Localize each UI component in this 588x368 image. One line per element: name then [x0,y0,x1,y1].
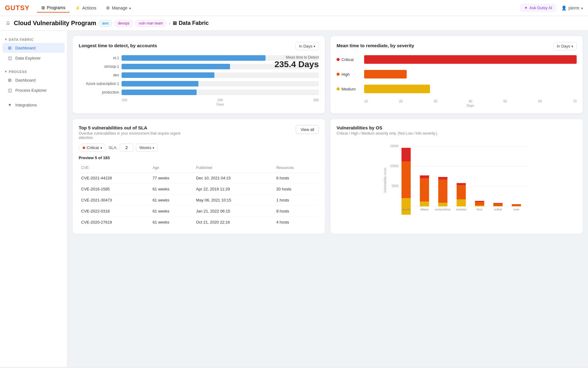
svg-text:15000: 15000 [390,144,398,148]
preview-label: Preview 5 of 183 [79,155,319,160]
user-menu[interactable]: 👤 pierre [561,6,583,10]
vuln-sla-card: Top 5 vulnerabilities out of SLA Overdue… [72,119,325,234]
svg-rect-25 [475,202,484,205]
detect-dropdown[interactable]: In Days [296,42,319,50]
vuln-subtitle: Overdue vulnerabilities in your environm… [79,131,195,140]
svg-rect-9 [401,161,411,198]
remediate-chart-card: Mean time to remediate, by severity In D… [330,36,583,114]
sev-x-title: Days [337,104,577,107]
view-all-button[interactable]: View all [296,125,319,134]
svg-rect-29 [493,204,503,206]
sidebar-item-integrations[interactable]: ✦ Integrations [2,100,65,110]
svg-text:amazonlinux: amazonlinux [435,208,451,211]
svg-text:redhat: redhat [494,208,502,211]
chevron-down-icon: ▾ [5,37,7,41]
bar-row-production: production [79,90,319,95]
ubuntu-critical-bar [401,148,411,155]
node-icon: ✦ [7,102,12,107]
sparkle-icon: ✦ [524,6,528,10]
svg-text:debian: debian [420,208,428,211]
col-resources: Resources [274,163,319,173]
breadcrumb-bar: ☰ Cloud Vulnerability Program aws devops… [0,16,588,31]
nav-right: ✦ Ask Gutsy AI 👤 pierre [520,4,583,12]
os-chart-subtitle: Critical / High / Medium severity only. … [337,131,577,136]
severity-chart: Critical High [337,55,577,107]
tag-vuln[interactable]: vuln man team [135,20,166,27]
svg-rect-20 [457,199,466,206]
high-dot [337,73,340,76]
svg-rect-28 [493,206,503,206]
svg-text:suse: suse [513,208,519,211]
bar-row-dev: dev [79,72,319,78]
sidebar-item-process-explorer[interactable]: ◫ Process Explorer [2,85,65,95]
chevron-down-icon [314,44,315,48]
detect-card-header: Longest time to detect, by accounts In D… [79,42,319,50]
sidebar-section-process: ▾ PROCESS ⊞ Dashboard ◫ Process Explorer [0,68,67,95]
tag-aws[interactable]: aws [99,20,112,27]
remediate-card-header: Mean time to remediate, by severity In D… [337,42,577,50]
svg-rect-33 [512,205,521,206]
sev-x-axis: 10 20 30 40 50 60 70 [337,99,577,103]
nav-programs[interactable]: ⊞ Programs [37,3,70,13]
bolt-icon: ⚡ [75,6,80,10]
logo: GUTSY [5,4,30,12]
svg-rect-34 [512,204,521,205]
bar-row-azure: Azure subscription 1 [79,81,319,86]
sidebar-item-data-explorer[interactable]: ◫ Data Explorer [2,53,65,63]
os-chart-svg: Vulnerability count 15000 10000 5000 [337,140,577,220]
critical-dot [83,147,85,149]
sidebar-item-dashboard[interactable]: ⊞ Dashboard [2,43,65,53]
svg-rect-10 [401,155,411,161]
hamburger-icon[interactable]: ☰ [6,21,10,26]
topnav: GUTSY ⊞ Programs ⚡ Actions ⚙ Manage ✦ As… [0,0,588,16]
x-axis: 100 200 300 [79,98,319,102]
grid-icon: ⊞ [7,78,12,82]
svg-text:10000: 10000 [390,164,398,168]
tag-devops[interactable]: devops [115,20,133,27]
col-cve: CVE [79,163,150,173]
col-age: Age [150,163,194,173]
remediate-dropdown[interactable]: In Days [553,42,577,50]
filters: Critical SLA: Weeks [79,144,319,152]
ask-gutsy-button[interactable]: ✦ Ask Gutsy AI [520,4,556,12]
svg-rect-32 [512,206,521,206]
sla-label: SLA: [109,145,117,150]
sev-row-high: High [337,70,577,79]
sidebar-item-proc-dashboard[interactable]: ⊞ Dashboard [2,75,65,85]
sla-input[interactable] [120,144,134,152]
sidebar-section-title-process[interactable]: ▾ PROCESS [0,68,67,75]
table-row: CVE-2021-4422877 weeksDec 10, 2021 04:15… [79,173,319,184]
svg-text:Vulnerability count: Vulnerability count [383,168,387,193]
table-icon: ◫ [7,56,12,60]
sev-row-medium: Medium [337,85,577,93]
svg-rect-18 [438,177,447,179]
vuln-table: CVE Age Published Resources CVE-2021-442… [79,163,319,228]
svg-rect-12 [420,201,429,206]
svg-rect-8 [401,198,411,206]
grid-icon: ⊞ [41,5,45,10]
gear-icon: ⚙ [106,6,110,10]
detect-chart-card: Longest time to detect, by accounts In D… [72,36,325,114]
breadcrumb-subtitle: ⊞ Data Fabric [173,20,209,26]
bottom-grid: Top 5 vulnerabilities out of SLA Overdue… [72,119,583,234]
vuln-title: Top 5 vulnerabilities out of SLA [79,125,195,130]
chevron-down-icon [581,6,583,10]
detect-chart-title: Longest time to detect, by accounts [79,43,157,48]
nav-manage[interactable]: ⚙ Manage [102,3,135,13]
sidebar-section-integrations: ✦ Integrations [0,100,67,110]
svg-rect-17 [438,179,447,203]
x-axis-title: Days [79,102,319,106]
critical-dot [337,58,340,61]
svg-rect-24 [475,205,484,206]
nav-actions[interactable]: ⚡ Actions [71,3,100,13]
chevron-down-icon [100,145,102,150]
sev-row-critical: Critical [337,55,577,64]
svg-rect-16 [438,203,447,206]
medium-dot [337,87,340,90]
chevron-down-icon [571,44,573,48]
weeks-dropdown[interactable]: Weeks [136,144,158,152]
grid-icon: ⊞ [7,45,12,50]
severity-filter[interactable]: Critical [79,144,106,152]
sidebar-section-title-data-fabric[interactable]: ▾ DATA FABRIC [0,36,67,43]
breadcrumb-separator: › [169,21,170,26]
